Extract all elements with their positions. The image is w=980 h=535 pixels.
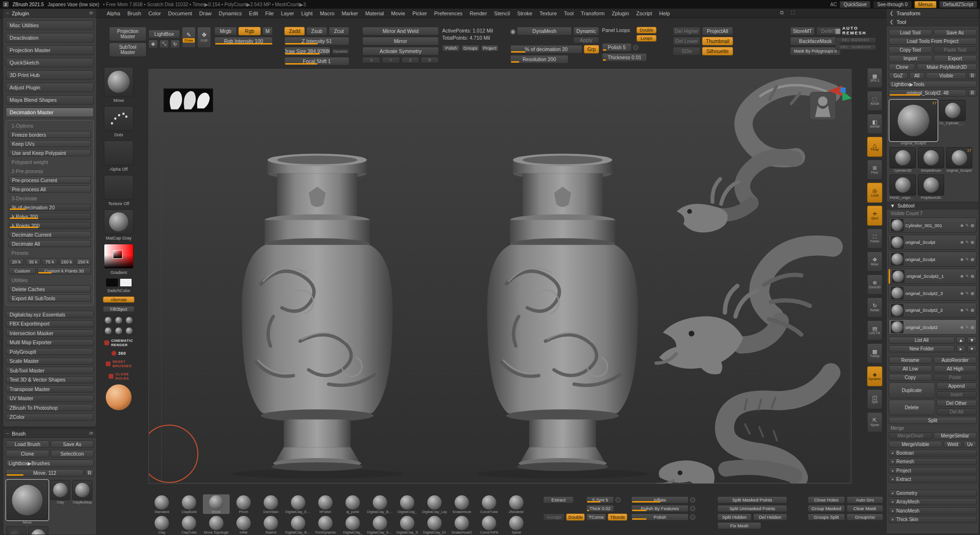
menu-item[interactable]: Stroke: [516, 11, 534, 16]
brush-r-button[interactable]: R: [85, 469, 94, 477]
rename-button[interactable]: Rename: [889, 357, 932, 364]
symmetry-axis-button[interactable]: Y: [382, 57, 400, 63]
subtool-thumb[interactable]: [891, 304, 903, 317]
zplugin-item[interactable]: Intersection Masker: [6, 329, 94, 337]
brush-tray-item[interactable]: DigitalClay_: [339, 515, 366, 535]
tcorner-button[interactable]: TCorne: [586, 513, 606, 521]
custom-k-points-slider[interactable]: Custom k Points 30: [37, 267, 91, 274]
inflate-toggle-icon[interactable]: [690, 497, 695, 502]
brush-tray-item[interactable]: CurveTube: [476, 494, 502, 514]
brush-thumb[interactable]: Standard: [28, 526, 48, 535]
all-high-button[interactable]: All High: [934, 365, 977, 372]
zplugin-item[interactable]: Misc Utilities: [6, 21, 94, 30]
material-preset-thumb[interactable]: [125, 326, 134, 335]
viewport-option-button[interactable]: ↻ Rotate: [867, 297, 882, 317]
decimation-percent-slider[interactable]: % of decimation 20: [510, 45, 582, 54]
decimation-control[interactable]: Polypaint weight: [9, 158, 91, 165]
subpalette-header[interactable]: ▸ Geometry: [889, 490, 977, 497]
close-holes-button[interactable]: CLOSEHOLES: [109, 372, 129, 381]
polypaint-icon[interactable]: ✎: [966, 257, 969, 262]
uv-grid-icon[interactable]: ▦: [970, 308, 974, 312]
lightbox-tools-button[interactable]: Lightbox▶Tools: [889, 81, 977, 88]
menu-item[interactable]: Color: [147, 11, 162, 16]
auto-groups-button[interactable]: Auto Gro: [846, 496, 884, 503]
subpalette-header[interactable]: ▸ Extract: [889, 476, 977, 483]
load-brush-button[interactable]: Load Brush: [6, 440, 49, 448]
zplugin-item[interactable]: Adjust Plugin: [6, 83, 94, 92]
menu-item[interactable]: Alpha: [105, 11, 122, 16]
brush-tray-item[interactable]: DigitalClay_BigKn: [285, 515, 312, 535]
decimation-control[interactable]: 2-Pre-process: [9, 167, 91, 175]
subpalette-header[interactable]: ▸ Boolean: [889, 449, 977, 457]
goz-visible-button[interactable]: Visible: [926, 72, 967, 79]
brush-tray-item[interactable]: DigitalClay_: [394, 494, 421, 514]
custom-button[interactable]: Custom: [9, 267, 36, 274]
subpalette-header[interactable]: ▸ NanoMesh: [889, 507, 977, 514]
new-folder-button[interactable]: New Folder: [889, 345, 955, 352]
material-preset-thumb[interactable]: [104, 316, 113, 325]
viewport-option-button[interactable]: ◈ Dynamic: [867, 366, 882, 386]
thumbnail-button[interactable]: Thumbnail: [702, 37, 733, 45]
split-masked-points-button[interactable]: Split Masked Points: [717, 496, 787, 503]
visibility-eye-icon[interactable]: ◉: [960, 308, 964, 312]
paste-subtool-button[interactable]: Paste: [934, 374, 977, 381]
viewport-option-button[interactable]: ⊞ Floor: [867, 160, 882, 180]
lightbox-brushes-button[interactable]: Lightbox▶Brushes: [6, 459, 94, 467]
subtool-row[interactable]: original_Sculpt2_2 ◉ ✎ ▦: [889, 303, 977, 318]
brush-thumb[interactable]: MaskPen: [6, 526, 26, 535]
mergedown-button[interactable]: MergeDown: [889, 432, 932, 439]
polish-mode-toggle-icon[interactable]: [633, 45, 638, 50]
tool-r-button[interactable]: R: [968, 89, 977, 97]
viewport-option-button[interactable]: ✥ Move: [867, 251, 882, 272]
utility-button[interactable]: Delete Caches: [9, 285, 91, 293]
decimation-control[interactable]: Freeze borders: [9, 131, 91, 138]
preset-button[interactable]: 20 k: [9, 258, 24, 265]
uv-grid-icon[interactable]: ▦: [970, 274, 974, 278]
uv-grid-icon[interactable]: ▦: [970, 325, 974, 329]
polish-loops-slider[interactable]: Polish 5: [602, 43, 632, 52]
del-hidden-button[interactable]: Del Hidden: [753, 513, 788, 521]
select-icon-button[interactable]: SelectIcon: [51, 450, 94, 458]
decimation-control[interactable]: Pre-process All: [9, 186, 91, 193]
group-masked-button[interactable]: Group Masked: [808, 505, 845, 512]
tool-panel-header[interactable]: ❮ Tool: [887, 18, 979, 26]
mergevisible-button[interactable]: MergeVisible: [889, 441, 942, 448]
polypaint-icon[interactable]: ✎: [966, 240, 969, 244]
list-all-button[interactable]: List All: [889, 337, 955, 344]
subtool-section-header[interactable]: ▼ Subtool: [887, 202, 979, 209]
brush-tray-item[interactable]: DigitalClay_Engr: [285, 494, 312, 514]
tborder-button[interactable]: TBorde: [608, 513, 627, 521]
preset-button[interactable]: 150 k: [59, 258, 74, 265]
zplugin-item[interactable]: UV Master: [6, 395, 94, 402]
accept-button[interactable]: Accept: [543, 513, 565, 521]
brush-tray-item[interactable]: Pinch: [230, 494, 257, 514]
subtool-thumb[interactable]: [891, 287, 903, 299]
zplugin-item[interactable]: 3D Print Hub: [6, 70, 94, 80]
decimation-control[interactable]: 3-Decimate: [9, 195, 91, 202]
brush-thumb[interactable]: Clay: [50, 480, 70, 524]
zplugin-item[interactable]: Maya Blend Shapes: [6, 95, 94, 105]
silhouette-button[interactable]: Silhouette: [702, 47, 733, 55]
subtool-row[interactable]: Cylinder_001_001 ◉ ✎ ▦: [889, 218, 977, 233]
decimation-control[interactable]: Decimate All: [9, 240, 91, 247]
gizmo-move-icon[interactable]: ✥: [148, 40, 158, 48]
sdiv-slider[interactable]: SDiv: [673, 47, 701, 55]
viewport-option-button[interactable]: △ Persp: [867, 137, 882, 157]
visibility-eye-icon[interactable]: ◉: [960, 257, 964, 262]
brush-tray-item[interactable]: DigitalClay_Lay: [421, 494, 448, 514]
brush-tray-item[interactable]: DigitalClay_Brok: [367, 494, 393, 514]
visibility-eye-icon[interactable]: ◉: [960, 325, 964, 329]
z-intensity-slider[interactable]: Z Intensity 51: [284, 37, 349, 45]
dynamic-button[interactable]: Dynamic: [573, 27, 599, 35]
tool-thumb[interactable]: CL_Cylinder_003: [939, 100, 966, 145]
copy-tool-button[interactable]: Copy Tool: [889, 46, 932, 54]
dynamic-size-toggle[interactable]: Dynamic: [332, 48, 349, 54]
see-through-slider[interactable]: See-through 0: [873, 1, 911, 8]
viewport-canvas[interactable]: [148, 69, 852, 484]
split-button[interactable]: Split: [889, 417, 977, 424]
thick-slider[interactable]: Thick 0.02: [586, 505, 614, 512]
zplugin-item[interactable]: Multi Map Exporter: [6, 339, 94, 346]
tool-thumb[interactable]: 17 original_Sculpt2: [890, 100, 937, 145]
current-color-sphere[interactable]: [106, 384, 132, 410]
menu-item[interactable]: Document: [167, 11, 193, 16]
